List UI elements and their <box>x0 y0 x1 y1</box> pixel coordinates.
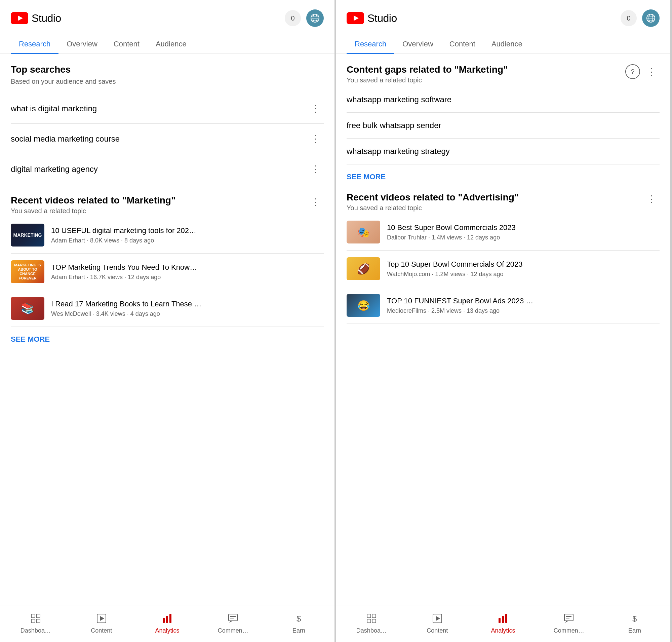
left-video-thumb-2: MARKETING IS ABOUT TO CHANGE FOREVER <box>11 260 44 283</box>
left-video-title-3: I Read 17 Marketing Books to Learn These… <box>51 299 324 309</box>
left-logo-area: Studio <box>11 12 285 25</box>
left-video-meta-1: Adam Erhart · 8.0K views · 8 days ago <box>51 237 324 244</box>
svg-rect-15 <box>169 614 171 623</box>
left-see-more-button[interactable]: SEE MORE <box>11 335 50 344</box>
left-more-icon-2[interactable]: ⋮ <box>308 132 324 146</box>
right-tab-content[interactable]: Content <box>441 34 483 53</box>
left-search-item-1: what is digital marketing ⋮ <box>11 93 324 124</box>
left-nav-analytics-label: Analytics <box>155 627 179 634</box>
left-video-item-2[interactable]: MARKETING IS ABOUT TO CHANGE FOREVER TOP… <box>11 254 324 290</box>
left-studio-label: Studio <box>31 12 61 25</box>
left-search-text-2: social media marketing course <box>11 134 120 144</box>
right-panel: Studio 0 Research Overview Content Audie… <box>336 0 672 642</box>
left-nav-analytics[interactable]: Analytics <box>134 613 201 634</box>
left-tab-overview[interactable]: Overview <box>59 34 106 53</box>
right-video-meta-1: Dalibor Truhlar · 1.4M views · 12 days a… <box>387 234 660 241</box>
left-bottom-nav: Dashboa… Content Analytics Commen… $ Ear… <box>0 605 335 642</box>
left-more-icon-1[interactable]: ⋮ <box>308 102 324 115</box>
right-recent-videos-title: Recent videos related to "Advertising" <box>347 192 644 203</box>
right-video-thumb-1: 🎭 <box>347 221 380 243</box>
left-tab-content[interactable]: Content <box>106 34 147 53</box>
right-tab-research[interactable]: Research <box>347 34 394 53</box>
right-content-gaps-header-left: Content gaps related to "Marketing" You … <box>347 64 625 84</box>
right-recent-videos-header: Recent videos related to "Advertising" Y… <box>347 192 660 212</box>
right-nav-comments-label: Commen… <box>554 627 584 634</box>
right-video-item-2[interactable]: 🏈 Top 10 Super Bowl Commercials Of 2023 … <box>347 251 660 287</box>
right-content: Content gaps related to "Marketing" You … <box>336 53 670 642</box>
left-tab-audience[interactable]: Audience <box>147 34 195 53</box>
right-video-info-1: 10 Best Super Bowl Commercials 2023 Dali… <box>387 223 660 241</box>
left-recent-videos-subtitle: You saved a related topic <box>11 207 308 215</box>
left-video-title-2: TOP Marketing Trends You Need To Know… <box>51 262 324 272</box>
left-notification-badge[interactable]: 0 <box>285 10 301 26</box>
right-tab-overview[interactable]: Overview <box>394 34 441 53</box>
svg-rect-10 <box>36 619 40 623</box>
right-thumb-ad-1: 🎭 <box>347 221 380 243</box>
left-recent-videos-header-left: Recent videos related to "Marketing" You… <box>11 195 308 215</box>
left-nav-dashboard-label: Dashboa… <box>21 627 51 634</box>
left-video-item-1[interactable]: MARKETING 10 USEFUL digital marketing to… <box>11 217 324 254</box>
right-video-item-1[interactable]: 🎭 10 Best Super Bowl Commercials 2023 Da… <box>347 214 660 251</box>
right-nav-earn-label: Earn <box>628 627 641 634</box>
svg-rect-37 <box>565 614 573 621</box>
left-video-item-3[interactable]: 📚 I Read 17 Marketing Books to Learn The… <box>11 290 324 327</box>
right-video-thumb-3: 😂 <box>347 294 380 317</box>
right-tab-audience[interactable]: Audience <box>483 34 530 53</box>
right-content-gaps-icons: ? ⋮ <box>625 64 660 79</box>
left-panel: Studio 0 Research Overview Content Audie… <box>0 0 336 642</box>
left-dashboard-icon <box>30 613 41 626</box>
svg-marker-33 <box>436 616 440 621</box>
left-nav-earn[interactable]: $ Earn <box>266 613 332 634</box>
right-nav-analytics[interactable]: Analytics <box>470 613 536 634</box>
svg-rect-9 <box>31 619 35 623</box>
left-search-item-3: digital marketing agency ⋮ <box>11 154 324 184</box>
left-recent-videos-title: Recent videos related to "Marketing" <box>11 195 308 206</box>
right-content-gaps-see-more[interactable]: SEE MORE <box>347 172 386 181</box>
left-nav-dashboard[interactable]: Dashboa… <box>3 613 68 634</box>
svg-rect-29 <box>372 614 376 618</box>
globe-icon <box>310 13 320 23</box>
left-recent-videos-header: Recent videos related to "Marketing" You… <box>11 195 324 215</box>
right-header-actions: 0 <box>621 10 660 27</box>
right-content-gaps-more-icon[interactable]: ⋮ <box>644 65 660 79</box>
right-nav-content[interactable]: Content <box>404 613 470 634</box>
right-bottom-nav: Dashboa… Content Analytics Commen… $ Ear… <box>336 605 670 642</box>
right-recent-videos-more-icon[interactable]: ⋮ <box>644 192 660 206</box>
left-content-icon <box>96 613 106 626</box>
right-logo-area: Studio <box>347 12 621 25</box>
left-nav-comments[interactable]: Commen… <box>200 613 266 634</box>
left-nav-comments-label: Commen… <box>218 627 248 634</box>
right-nav-comments[interactable]: Commen… <box>536 613 602 634</box>
right-nav-earn[interactable]: $ Earn <box>602 613 668 634</box>
left-avatar-button[interactable] <box>306 10 324 27</box>
right-avatar-button[interactable] <box>642 10 660 27</box>
right-gap-item-1: whatsapp marketing software <box>347 87 660 113</box>
svg-rect-14 <box>166 616 168 623</box>
right-content-gaps-title: Content gaps related to "Marketing" <box>347 64 625 75</box>
svg-rect-30 <box>367 619 371 623</box>
left-search-text-1: what is digital marketing <box>11 104 97 113</box>
right-help-icon[interactable]: ? <box>625 64 640 79</box>
right-video-item-3[interactable]: 😂 TOP 10 FUNNIEST Super Bowl Ads 2023 … … <box>347 287 660 324</box>
right-comments-icon <box>564 613 574 626</box>
left-video-info-3: I Read 17 Marketing Books to Learn These… <box>51 299 324 318</box>
left-more-icon-3[interactable]: ⋮ <box>308 162 324 176</box>
left-recent-videos-more-icon[interactable]: ⋮ <box>308 195 324 209</box>
right-video-title-1: 10 Best Super Bowl Commercials 2023 <box>387 223 660 233</box>
right-nav-dashboard[interactable]: Dashboa… <box>338 613 404 634</box>
right-globe-icon <box>646 13 656 23</box>
right-recent-videos-header-left: Recent videos related to "Advertising" Y… <box>347 192 644 212</box>
left-video-meta-3: Wes McDowell · 3.4K views · 4 days ago <box>51 310 324 318</box>
left-tab-research[interactable]: Research <box>11 34 59 53</box>
left-video-meta-2: Adam Erhart · 16.7K views · 12 days ago <box>51 274 324 281</box>
svg-rect-28 <box>367 614 371 618</box>
right-notification-badge[interactable]: 0 <box>621 10 637 26</box>
right-dashboard-icon <box>366 613 376 626</box>
left-earn-icon: $ <box>294 613 304 626</box>
left-thumb-marketing-3: 📚 <box>11 297 44 320</box>
right-content-icon <box>432 613 442 626</box>
svg-marker-12 <box>100 616 104 621</box>
right-recent-videos-subtitle: You saved a related topic <box>347 204 644 212</box>
left-nav-content[interactable]: Content <box>68 613 134 634</box>
svg-rect-31 <box>372 619 376 623</box>
